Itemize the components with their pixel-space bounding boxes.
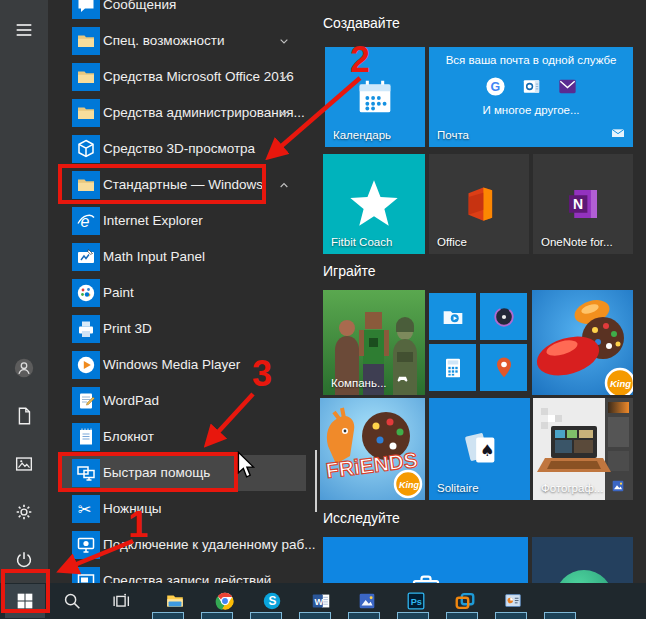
app-list-item-label: WordPad [103,383,159,419]
powerpoint-icon [502,590,524,612]
scissors-icon: ✂ [72,495,100,523]
wmp-icon [74,353,98,377]
taskbar-running-indicator [348,612,380,619]
mail-services-icons: G [429,75,633,98]
svg-text:Ps: Ps [411,597,422,607]
svg-text:♠: ♠ [480,441,495,460]
tile-calculator[interactable] [429,344,476,391]
app-list-item-ie[interactable]: eInternet Explorer [60,203,306,239]
search-icon [61,590,83,612]
tile-office[interactable]: Office [429,154,529,254]
annotation-box-start-button [1,569,50,613]
ie-icon: e [72,207,100,235]
chevron-up-icon[interactable] [276,177,292,193]
sidebar-user-button[interactable] [0,344,48,392]
hamburger-icon [13,19,35,41]
sidebar-documents-button[interactable] [0,392,48,440]
gear-icon [13,501,35,523]
annotation-number-2: 2 [350,42,370,78]
tile-candy[interactable]: King [532,290,633,395]
tile-label: Компань... [331,377,387,389]
app-list-item-cube[interactable]: Средство 3D-просмотра [60,131,306,167]
app-list-item-math[interactable]: Math Input Panel [60,239,306,275]
tile-movies[interactable] [429,293,476,340]
mouse-cursor [236,451,260,481]
chevron-down-icon [276,105,292,121]
app-list-item-print3d[interactable]: Print 3D [60,311,306,347]
app-list-item-label: Windows Media Player [103,347,240,383]
tile-friends[interactable]: FRiENDSKing [320,398,425,500]
pictures-icon [13,453,35,475]
app-list-item-scissors[interactable]: ✂Ножницы [60,491,306,527]
calendar-icon [352,74,398,120]
app-list-item-notepad[interactable]: Блокнот [60,419,306,455]
chevron-down-icon[interactable] [276,105,292,121]
annotation-box-quick-assist [58,452,238,492]
tile-label: Календарь [333,129,391,141]
gamepad-icon [395,371,410,390]
gmail-icon: G [484,75,507,98]
print3d-icon [74,317,98,341]
svg-text:King: King [610,378,631,389]
mappin-icon [490,354,518,382]
cube-icon [72,135,100,163]
tile-calendar[interactable]: Календарь [325,47,425,147]
chevron-up-icon [276,177,292,193]
windows-start-menu-screenshot: СообщенияСпец. возможностиСредства Micro… [0,0,646,619]
chevron-down-icon[interactable] [276,69,292,85]
svg-text:✂: ✂ [78,500,91,519]
chevron-down-icon[interactable] [276,33,292,49]
tile-maps[interactable] [480,344,527,391]
taskbar: SWPs [0,583,646,619]
app-list-item-folder[interactable]: Спец. возможности [60,23,306,59]
message-icon [74,0,98,17]
taskbar-running-indicator [397,612,429,619]
taskbar-running-indicator [446,612,478,619]
svg-text:W: W [315,597,324,607]
tile-photo[interactable]: Фотограф... [533,398,633,500]
mail-icon [610,125,626,141]
app-list-item-label: Print 3D [103,311,152,347]
app-list-item-folder[interactable]: Средства администрирования... [60,95,306,131]
file-explorer-icon [164,590,186,612]
tile-label: OneNote for... [541,236,613,248]
mail-tile-title: Вся ваша почта в одной службе [429,54,633,66]
yahoo-mail-icon [556,75,579,98]
photoshop-icon: Ps [405,590,427,612]
taskbar-task-view-button[interactable] [101,584,141,618]
rdp-icon [74,533,98,557]
app-list-item-message[interactable]: Сообщения [60,0,306,23]
tile-onenote[interactable]: NOneNote for... [533,154,633,254]
taskbar-running-indicator [544,612,576,619]
app-list-item-folder[interactable]: Средства Microsoft Office 2016 [60,59,306,95]
app-list-item-rdp[interactable]: Подключение к удаленному раб... [60,527,306,563]
annotation-box-standard-windows [58,164,266,204]
svg-text:King: King [399,480,419,490]
taskbar-search-button[interactable] [52,584,92,618]
tile-fitbit[interactable]: Fitbit Coach [323,154,425,254]
user-icon [13,357,35,379]
tile-groove[interactable] [480,293,527,340]
ie-icon: e [74,209,98,233]
gamepad-icon [395,371,410,386]
app-list-item-label: Средство 3D-просмотра [103,131,255,167]
tile-label: Office [437,236,467,248]
app-list-item-paint[interactable]: Paint [60,275,306,311]
tiles-scrollbar[interactable] [315,450,317,512]
mail-icon [610,125,626,141]
folder-icon [74,65,98,89]
sidebar-settings-button[interactable] [0,488,48,536]
sidebar-pictures-button[interactable] [0,440,48,488]
cube-icon [74,137,98,161]
taskbar-running-indicator [201,612,233,619]
taskbar-running-indicator [152,612,184,619]
tile-solitaire[interactable]: ♠Solitaire [429,398,530,500]
tile-mail[interactable]: Вся ваша почта в одной службеGИ многое д… [429,47,633,147]
wordpad-icon [72,387,100,415]
sidebar-menu-button[interactable] [0,6,48,54]
tile-company[interactable]: Компань... [323,290,425,395]
cards-icon: ♠ [457,426,503,472]
print3d-icon [72,315,100,343]
onenote-icon: N [562,183,604,225]
folder-icon [72,63,100,91]
